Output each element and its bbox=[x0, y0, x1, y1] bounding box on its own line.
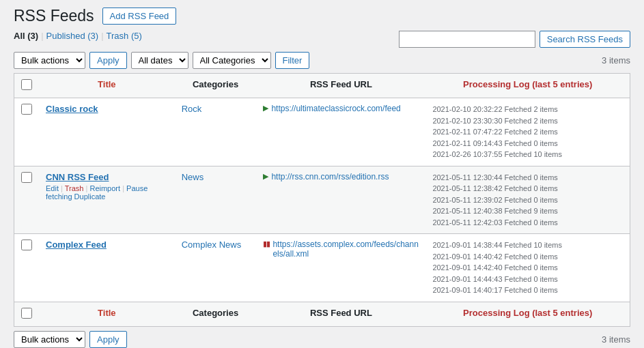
log-entry: 2021-09-01 14:40:42 Fetched 0 items bbox=[432, 251, 623, 263]
log-entries: 2021-05-11 12:30:44 Fetched 0 items2021-… bbox=[432, 172, 623, 229]
row-url-cell: ▶https://ultimateclassicrock.com/feed bbox=[256, 98, 425, 166]
log-entry: 2021-09-01 14:38:44 Fetched 10 items bbox=[432, 240, 623, 251]
action-sep: | bbox=[120, 184, 126, 192]
feed-url-link[interactable]: https://assets.complex.com/feeds/channel… bbox=[272, 240, 419, 259]
row-action-trash[interactable]: Trash bbox=[65, 184, 84, 192]
feed-title-link[interactable]: Classic rock bbox=[46, 104, 98, 114]
filter-nav: All (3) | Published (3) | Trash (5) bbox=[14, 31, 142, 41]
log-entry: 2021-09-01 14:42:40 Fetched 0 items bbox=[432, 262, 623, 274]
apply-bulk-bottom-button[interactable]: Apply bbox=[89, 331, 127, 348]
row-action-reimport[interactable]: Reimport bbox=[89, 184, 120, 192]
search-rss-feeds-button[interactable]: Search RSS Feeds bbox=[540, 31, 630, 48]
table-row: CNN RSS FeedEdit | Trash | Reimport | Pa… bbox=[14, 166, 630, 234]
col-footer-title: Title bbox=[39, 302, 175, 326]
log-entry: 2021-05-11 12:30:44 Fetched 0 items bbox=[432, 172, 623, 184]
category-link[interactable]: Complex News bbox=[182, 240, 241, 250]
log-entry: 2021-05-11 12:42:03 Fetched 0 items bbox=[432, 217, 623, 229]
log-entries: 2021-09-01 14:38:44 Fetched 10 items2021… bbox=[432, 240, 623, 296]
category-link[interactable]: Rock bbox=[182, 104, 202, 114]
filter-all-link[interactable]: All (3) bbox=[14, 31, 38, 41]
select-all-checkbox-footer[interactable] bbox=[14, 302, 40, 326]
table-row: Complex FeedComplex News▮▮https://assets… bbox=[14, 234, 630, 302]
row-checkbox-cell bbox=[14, 98, 40, 166]
log-entry: 2021-02-10 23:30:30 Fetched 2 items bbox=[432, 115, 623, 127]
rss-feeds-table: Title Categories RSS Feed URL Processing… bbox=[14, 73, 630, 327]
log-entry: 2021-09-01 14:40:17 Fetched 0 items bbox=[432, 285, 623, 296]
play-icon: ▶ bbox=[263, 104, 268, 113]
feed-title-link[interactable]: CNN RSS Feed bbox=[46, 172, 109, 182]
row-log-cell: 2021-02-10 20:32:22 Fetched 2 items2021-… bbox=[425, 98, 630, 166]
col-header-url: RSS Feed URL bbox=[256, 74, 425, 98]
row-checkbox-cell bbox=[14, 234, 40, 302]
row-action-duplicate[interactable]: Duplicate bbox=[74, 192, 106, 201]
add-rss-feed-button[interactable]: Add RSS Feed bbox=[102, 8, 177, 25]
row-checkbox[interactable] bbox=[21, 240, 32, 250]
url-container: ▶http://rss.cnn.com/rss/edition.rss bbox=[263, 172, 419, 182]
tablenav-top: Bulk actions Apply All dates All Categor… bbox=[14, 52, 630, 69]
page-title: RSS Feeds bbox=[14, 7, 94, 25]
log-entry: 2021-02-26 10:37:55 Fetched 10 items bbox=[432, 149, 623, 160]
log-entry: 2021-09-01 14:44:43 Fetched 0 items bbox=[432, 274, 623, 285]
row-url-cell: ▮▮https://assets.complex.com/feeds/chann… bbox=[256, 234, 425, 302]
play-icon: ▶ bbox=[263, 172, 268, 181]
log-entry: 2021-05-11 12:38:42 Fetched 0 items bbox=[432, 183, 623, 194]
url-container: ▶https://ultimateclassicrock.com/feed bbox=[263, 104, 419, 113]
col-header-title: Title bbox=[39, 74, 175, 98]
dates-filter-select[interactable]: All dates bbox=[131, 52, 188, 69]
col-footer-log: Processing Log (last 5 entries) bbox=[425, 302, 630, 326]
table-row: Classic rockRock▶https://ultimateclassic… bbox=[14, 98, 630, 166]
filter-published-link[interactable]: Published (3) bbox=[46, 31, 99, 41]
col-footer-categories: Categories bbox=[175, 302, 257, 326]
log-entries: 2021-02-10 20:32:22 Fetched 2 items2021-… bbox=[432, 104, 623, 160]
action-sep: | bbox=[59, 184, 65, 192]
select-all-checkbox[interactable] bbox=[21, 79, 32, 90]
feed-url-link[interactable]: http://rss.cnn.com/rss/edition.rss bbox=[271, 172, 389, 182]
row-log-cell: 2021-09-01 14:38:44 Fetched 10 items2021… bbox=[425, 234, 630, 302]
log-entry: 2021-05-11 12:39:02 Fetched 0 items bbox=[432, 194, 623, 206]
table-body: Classic rockRock▶https://ultimateclassic… bbox=[14, 98, 630, 302]
select-all-checkbox-header[interactable] bbox=[14, 74, 40, 98]
items-count-top: 3 items bbox=[602, 55, 630, 66]
row-url-cell: ▶http://rss.cnn.com/rss/edition.rss bbox=[256, 166, 425, 234]
feed-title-link[interactable]: Complex Feed bbox=[46, 240, 107, 250]
filter-trash-link[interactable]: Trash (5) bbox=[107, 31, 142, 41]
row-title-cell: CNN RSS FeedEdit | Trash | Reimport | Pa… bbox=[39, 166, 175, 234]
col-title-sort-link-foot[interactable]: Title bbox=[98, 308, 116, 318]
col-title-sort-link[interactable]: Title bbox=[98, 79, 116, 89]
search-area: Search RSS Feeds bbox=[399, 31, 630, 48]
sep1: | bbox=[41, 31, 43, 41]
pause-icon: ▮▮ bbox=[263, 240, 270, 248]
apply-bulk-top-button[interactable]: Apply bbox=[89, 52, 127, 69]
row-action-edit[interactable]: Edit bbox=[46, 184, 59, 192]
url-container: ▮▮https://assets.complex.com/feeds/chann… bbox=[263, 240, 419, 259]
items-count-bottom: 3 items bbox=[602, 334, 630, 345]
categories-filter-select[interactable]: All Categories bbox=[193, 52, 271, 69]
col-footer-url: RSS Feed URL bbox=[256, 302, 425, 326]
row-checkbox-cell bbox=[14, 166, 40, 234]
log-entry: 2021-05-11 12:40:38 Fetched 9 items bbox=[432, 205, 623, 217]
row-title-cell: Complex Feed bbox=[39, 234, 175, 302]
row-category-cell: News bbox=[175, 166, 257, 234]
table-footer-row: Title Categories RSS Feed URL Processing… bbox=[14, 302, 630, 326]
category-link[interactable]: News bbox=[182, 172, 204, 182]
bulk-actions-bottom-select[interactable]: Bulk actions bbox=[14, 331, 85, 348]
bulk-actions-top-select[interactable]: Bulk actions bbox=[14, 52, 85, 69]
search-input[interactable] bbox=[399, 31, 535, 48]
col-header-log: Processing Log (last 5 entries) bbox=[425, 74, 630, 98]
log-entry: 2021-02-10 20:32:22 Fetched 2 items bbox=[432, 104, 623, 115]
sep2: | bbox=[101, 31, 103, 41]
row-category-cell: Complex News bbox=[175, 234, 257, 302]
row-checkbox[interactable] bbox=[21, 104, 32, 115]
row-category-cell: Rock bbox=[175, 98, 257, 166]
row-checkbox[interactable] bbox=[21, 172, 32, 183]
col-header-categories: Categories bbox=[175, 74, 257, 98]
feed-url-link[interactable]: https://ultimateclassicrock.com/feed bbox=[271, 104, 400, 113]
row-title-cell: Classic rock bbox=[39, 98, 175, 166]
log-entry: 2021-02-11 07:47:22 Fetched 2 items bbox=[432, 126, 623, 138]
row-actions: Edit | Trash | Reimport | Pause fetching… bbox=[46, 184, 168, 201]
select-all-checkbox-foot[interactable] bbox=[21, 308, 32, 319]
table-header-row: Title Categories RSS Feed URL Processing… bbox=[14, 74, 630, 98]
row-log-cell: 2021-05-11 12:30:44 Fetched 0 items2021-… bbox=[425, 166, 630, 234]
filter-button[interactable]: Filter bbox=[275, 52, 310, 69]
log-entry: 2021-02-11 09:14:43 Fetched 0 items bbox=[432, 138, 623, 149]
